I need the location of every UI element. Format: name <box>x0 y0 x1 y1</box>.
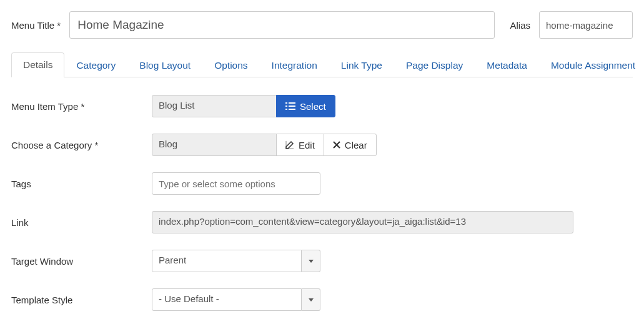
chevron-down-icon <box>309 260 314 263</box>
row-menu-item-type: Menu Item Type * Blog List Select <box>11 95 633 117</box>
clear-button[interactable]: Clear <box>324 134 377 156</box>
tab-metadata[interactable]: Metadata <box>475 53 539 77</box>
row-choose-category: Choose a Category * Blog Edit Clear <box>11 134 633 156</box>
target-window-dropdown-toggle[interactable] <box>302 250 320 272</box>
choose-category-label: Choose a Category * <box>11 140 152 150</box>
header-row: Menu Title * Alias <box>11 11 633 39</box>
tab-options[interactable]: Options <box>202 53 259 77</box>
edit-icon <box>285 140 294 149</box>
chevron-down-icon <box>309 298 314 302</box>
link-value: index.php?option=com_content&view=catego… <box>152 211 573 233</box>
svg-rect-5 <box>289 109 295 110</box>
link-label: Link <box>11 217 152 228</box>
alias-input[interactable] <box>539 11 633 39</box>
svg-rect-4 <box>285 109 287 110</box>
svg-rect-1 <box>289 102 295 104</box>
tab-blog-layout[interactable]: Blog Layout <box>127 53 202 77</box>
alias-label: Alias <box>510 20 530 31</box>
svg-rect-3 <box>289 106 295 107</box>
tabs: Details Category Blog Layout Options Int… <box>11 52 633 77</box>
tab-page-display[interactable]: Page Display <box>394 53 475 77</box>
target-window-select[interactable]: Parent <box>152 250 302 272</box>
menu-item-type-value: Blog List <box>152 95 277 117</box>
tags-label: Tags <box>11 179 152 189</box>
tab-details[interactable]: Details <box>11 52 64 77</box>
menu-item-type-label: Menu Item Type * <box>11 101 152 112</box>
tab-link-type[interactable]: Link Type <box>329 53 394 77</box>
tags-input[interactable] <box>152 172 320 195</box>
menu-title-label: Menu Title * <box>11 20 61 31</box>
template-style-select[interactable]: - Use Default - <box>152 288 302 311</box>
select-button[interactable]: Select <box>276 95 335 117</box>
menu-title-input[interactable] <box>69 11 495 39</box>
close-icon <box>333 141 340 149</box>
template-style-dropdown-toggle[interactable] <box>302 288 320 311</box>
tab-category[interactable]: Category <box>64 53 127 77</box>
select-button-label: Select <box>300 101 326 112</box>
tab-module-assignment[interactable]: Module Assignment <box>539 53 644 77</box>
row-target-window: Target Window Parent <box>11 250 633 272</box>
choose-category-value: Blog <box>152 134 277 156</box>
clear-button-label: Clear <box>345 140 367 150</box>
edit-button[interactable]: Edit <box>276 134 324 156</box>
row-link: Link index.php?option=com_content&view=c… <box>11 211 633 233</box>
target-window-label: Target Window <box>11 256 152 267</box>
row-tags: Tags <box>11 172 633 195</box>
list-icon <box>285 102 295 110</box>
template-style-label: Template Style <box>11 295 152 305</box>
svg-rect-2 <box>285 106 287 107</box>
svg-rect-0 <box>285 102 287 104</box>
tab-integration[interactable]: Integration <box>260 53 329 77</box>
row-template-style: Template Style - Use Default - <box>11 288 633 311</box>
edit-button-label: Edit <box>299 140 315 150</box>
